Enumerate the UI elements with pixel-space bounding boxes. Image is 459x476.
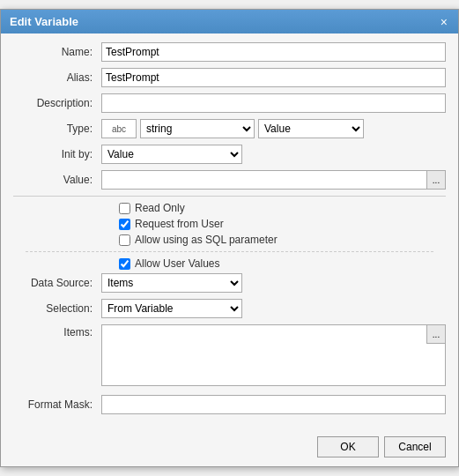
value-input[interactable] xyxy=(101,170,426,190)
items-row: Items: ... xyxy=(13,324,446,389)
allow-user-values-section: Allow User Values xyxy=(13,257,446,270)
divider-1 xyxy=(13,196,446,197)
allow-user-values-checkbox[interactable] xyxy=(119,258,130,270)
readonly-row: Read Only xyxy=(119,202,446,214)
name-row: Name: TestPrompt xyxy=(13,42,446,62)
datasource-label: Data Source: xyxy=(13,277,101,289)
selection-label: Selection: xyxy=(13,302,101,315)
selection-select[interactable]: From Variable xyxy=(101,299,242,318)
type-row: Type: abc string Value xyxy=(13,119,446,138)
allow-sql-checkbox[interactable] xyxy=(119,234,130,246)
cancel-button[interactable]: Cancel xyxy=(384,436,446,457)
format-mask-control xyxy=(101,395,446,414)
ok-button[interactable]: OK xyxy=(317,436,379,457)
initby-row: Init by: Value xyxy=(13,145,446,164)
items-textarea[interactable] xyxy=(101,324,446,386)
checkboxes-top: Read Only Request from User Allow using … xyxy=(13,202,446,246)
format-mask-row: Format Mask: xyxy=(13,395,446,414)
request-from-user-row: Request from User xyxy=(119,218,446,230)
request-from-user-label[interactable]: Request from User xyxy=(135,218,224,230)
allow-user-values-label[interactable]: Allow User Values xyxy=(135,257,219,270)
description-input[interactable] xyxy=(101,93,446,113)
datasource-row: Data Source: Items xyxy=(13,273,446,293)
dialog-titlebar: Edit Variable × xyxy=(1,10,458,33)
description-row: Description: xyxy=(13,93,446,113)
datasource-select[interactable]: Items xyxy=(101,273,242,293)
items-control: ... xyxy=(101,324,446,389)
close-button[interactable]: × xyxy=(439,16,449,28)
alias-label: Alias: xyxy=(13,71,101,84)
edit-variable-dialog: Edit Variable × Name: TestPrompt Alias: … xyxy=(0,9,459,467)
value-browse-button[interactable]: ... xyxy=(426,170,446,190)
type-label: Type: xyxy=(13,123,101,135)
value-type-select[interactable]: Value xyxy=(258,119,364,138)
request-from-user-checkbox[interactable] xyxy=(119,219,130,230)
dialog-footer: OK Cancel xyxy=(1,429,458,466)
initby-label: Init by: xyxy=(13,148,101,160)
description-label: Description: xyxy=(13,97,101,109)
datasource-control: Items xyxy=(101,273,446,293)
dialog-title: Edit Variable xyxy=(10,15,78,28)
value-input-group: ... xyxy=(101,170,446,190)
items-browse-button[interactable]: ... xyxy=(426,324,446,344)
type-icon: abc xyxy=(101,119,137,138)
items-textarea-wrap: ... xyxy=(101,324,446,389)
alias-row: Alias: TestPrompt xyxy=(13,68,446,87)
value-row: Value: ... xyxy=(13,170,446,190)
name-label: Name: xyxy=(13,46,101,58)
format-mask-input[interactable] xyxy=(101,395,446,414)
alias-input[interactable]: TestPrompt xyxy=(101,68,446,87)
readonly-checkbox[interactable] xyxy=(119,203,130,214)
allow-sql-label[interactable]: Allow using as SQL parameter xyxy=(135,234,278,246)
type-control: abc string Value xyxy=(101,119,446,138)
format-mask-label: Format Mask: xyxy=(13,398,101,411)
selection-row: Selection: From Variable xyxy=(13,299,446,318)
items-label: Items: xyxy=(13,324,101,338)
section-divider xyxy=(26,251,433,252)
alias-control: TestPrompt xyxy=(101,68,446,87)
name-input[interactable]: TestPrompt xyxy=(101,42,446,62)
value-label: Value: xyxy=(13,174,101,186)
initby-control: Value xyxy=(101,145,446,164)
initby-select[interactable]: Value xyxy=(101,145,242,164)
description-control xyxy=(101,93,446,113)
type-select[interactable]: string xyxy=(140,119,255,138)
name-control: TestPrompt xyxy=(101,42,446,62)
readonly-label[interactable]: Read Only xyxy=(135,202,185,214)
dialog-body: Name: TestPrompt Alias: TestPrompt Descr… xyxy=(1,33,458,429)
selection-control: From Variable xyxy=(101,299,446,318)
value-control: ... xyxy=(101,170,446,190)
allow-sql-row: Allow using as SQL parameter xyxy=(119,234,446,246)
allow-user-values-row: Allow User Values xyxy=(119,257,446,270)
